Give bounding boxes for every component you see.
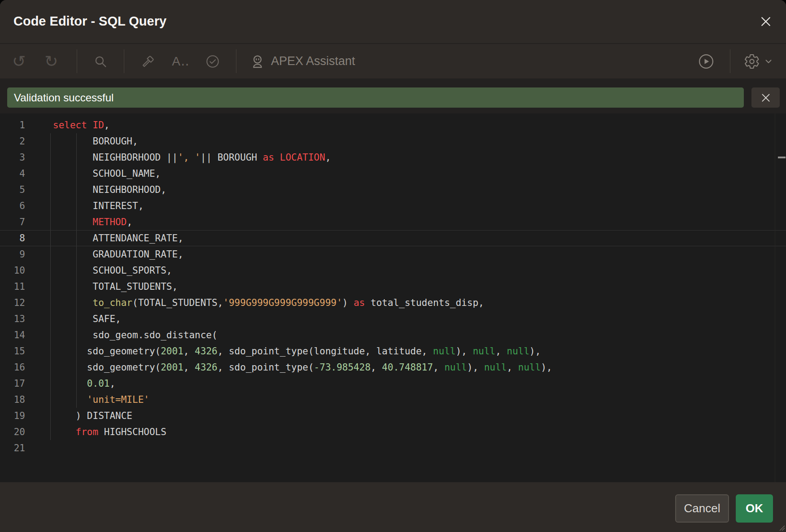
line-number: 20: [0, 424, 25, 440]
redo-icon: ↻: [44, 53, 58, 70]
code-text: NEIGHBORHOOD ||', '|| BOROUGH as LOCATIO…: [25, 152, 331, 163]
line-number: 1: [0, 117, 25, 133]
code-text: METHOD,: [25, 217, 132, 227]
check-circle-icon: [205, 54, 220, 69]
hammer-icon: [140, 54, 156, 69]
line-number: 3: [0, 149, 25, 166]
code-lines: 1select ID,2 BOROUGH,3 NEIGHBORHOOD ||',…: [0, 117, 786, 456]
code-text: SCHOOL_SPORTS,: [25, 265, 172, 276]
find-button[interactable]: [92, 44, 109, 78]
apex-assistant-button[interactable]: APEX Assistant: [249, 44, 355, 78]
code-text: select ID,: [25, 120, 109, 131]
editor-toolbar: ↺ ↻ A‥ APEX Ass: [0, 44, 786, 78]
play-icon: [698, 53, 715, 70]
code-line[interactable]: 18 'unit=MILE': [0, 392, 786, 408]
dialog-title: Code Editor - SQL Query: [13, 0, 166, 42]
validation-message: Validation successful: [14, 92, 114, 104]
resize-grip-icon[interactable]: [778, 524, 785, 531]
validate-button[interactable]: [204, 44, 222, 78]
close-icon: [759, 15, 773, 28]
chevron-down-icon: [764, 57, 773, 66]
dialog-titlebar: Code Editor - SQL Query: [0, 0, 786, 44]
line-number: 2: [0, 133, 25, 149]
code-text: INTEREST,: [25, 201, 144, 211]
autocomplete-icon: A‥: [172, 54, 189, 69]
code-text: BOROUGH,: [25, 136, 138, 147]
line-number: 21: [0, 440, 25, 456]
toolbar-separator: [124, 49, 124, 73]
code-line[interactable]: 20 from HIGHSCHOOLS: [0, 424, 786, 440]
dialog-close-button[interactable]: [757, 13, 774, 30]
validation-banner: Validation successful: [7, 87, 744, 108]
code-line[interactable]: 2 BOROUGH,: [0, 133, 786, 149]
assistant-label: APEX Assistant: [271, 54, 355, 68]
close-icon: [760, 92, 772, 104]
code-editor[interactable]: 1select ID,2 BOROUGH,3 NEIGHBORHOOD ||',…: [0, 113, 786, 482]
code-line[interactable]: 19 ) DISTANCE: [0, 408, 786, 424]
code-line[interactable]: 16 sdo_geometry(2001, 4326, sdo_point_ty…: [0, 359, 786, 375]
line-number: 18: [0, 392, 25, 408]
line-number: 4: [0, 166, 25, 182]
code-text: SCHOOL_NAME,: [25, 168, 161, 179]
code-text: 'unit=MILE': [25, 394, 149, 405]
toolbar-separator: [77, 49, 77, 73]
assistant-robot-icon: [249, 53, 266, 70]
code-line[interactable]: 6 INTEREST,: [0, 198, 786, 214]
line-number: 10: [0, 262, 25, 279]
code-line[interactable]: 10 SCHOOL_SPORTS,: [0, 262, 786, 279]
settings-menu-button[interactable]: [743, 44, 774, 78]
code-line[interactable]: 4 SCHOOL_NAME,: [0, 166, 786, 182]
line-number: 19: [0, 408, 25, 424]
banner-dismiss-button[interactable]: [751, 87, 780, 108]
code-line[interactable]: 1select ID,: [0, 117, 786, 133]
redo-button[interactable]: ↻: [42, 44, 60, 78]
code-text: SAFE,: [25, 314, 121, 324]
code-text: ) DISTANCE: [25, 410, 132, 421]
dialog-footer: Cancel OK: [0, 482, 786, 532]
code-text: GRADUATION_RATE,: [25, 249, 183, 260]
code-line[interactable]: 9 GRADUATION_RATE,: [0, 246, 786, 262]
line-number: 8: [0, 231, 25, 246]
code-line[interactable]: 13 SAFE,: [0, 311, 786, 327]
code-line[interactable]: 11 TOTAL_STUDENTS,: [0, 279, 786, 295]
code-text: TOTAL_STUDENTS,: [25, 281, 178, 292]
line-number: 9: [0, 246, 25, 262]
toolbar-separator: [730, 49, 730, 73]
run-button[interactable]: [696, 44, 716, 78]
code-text: from HIGHSCHOOLS: [25, 427, 166, 437]
code-text: sdo_geometry(2001, 4326, sdo_point_type(…: [25, 362, 552, 373]
code-line[interactable]: 12 to_char(TOTAL_STUDENTS,'999G999G999G9…: [0, 295, 786, 311]
line-number: 6: [0, 198, 25, 214]
scrollbar-track-edge: [775, 113, 775, 482]
autocomplete-button[interactable]: A‥: [170, 44, 191, 78]
code-line[interactable]: 21: [0, 440, 786, 456]
line-number: 14: [0, 327, 25, 343]
line-number: 7: [0, 214, 25, 230]
code-line[interactable]: 7 METHOD,: [0, 214, 786, 230]
code-line[interactable]: 5 NEIGHBORHOOD,: [0, 182, 786, 198]
code-text: sdo_geom.sdo_distance(: [25, 330, 218, 340]
code-text: [25, 443, 53, 454]
line-number: 17: [0, 375, 25, 392]
line-number: 5: [0, 182, 25, 198]
notification-area: Validation successful: [0, 78, 786, 114]
code-editor-dialog: Code Editor - SQL Query ↺ ↻ A‥: [0, 0, 786, 532]
code-line[interactable]: 15 sdo_geometry(2001, 4326, sdo_point_ty…: [0, 343, 786, 359]
cancel-button[interactable]: Cancel: [675, 494, 729, 523]
code-line[interactable]: 3 NEIGHBORHOOD ||', '|| BOROUGH as LOCAT…: [0, 149, 786, 166]
format-button[interactable]: [139, 44, 157, 78]
code-line[interactable]: 17 0.01,: [0, 375, 786, 392]
line-number: 16: [0, 359, 25, 375]
code-text: to_char(TOTAL_STUDENTS,'999G999G999G999G…: [25, 297, 484, 308]
line-number: 12: [0, 295, 25, 311]
code-text: ATTENDANCE_RATE,: [25, 233, 183, 244]
line-number: 15: [0, 343, 25, 359]
code-line[interactable]: 8 ATTENDANCE_RATE,: [0, 230, 786, 246]
gear-icon: [744, 53, 760, 70]
overview-ruler-mark: [778, 157, 786, 158]
toolbar-separator: [236, 49, 236, 73]
undo-button[interactable]: ↺: [10, 44, 28, 78]
ok-button[interactable]: OK: [736, 494, 773, 523]
code-line[interactable]: 14 sdo_geom.sdo_distance(: [0, 327, 786, 343]
code-text: NEIGHBORHOOD,: [25, 184, 166, 195]
